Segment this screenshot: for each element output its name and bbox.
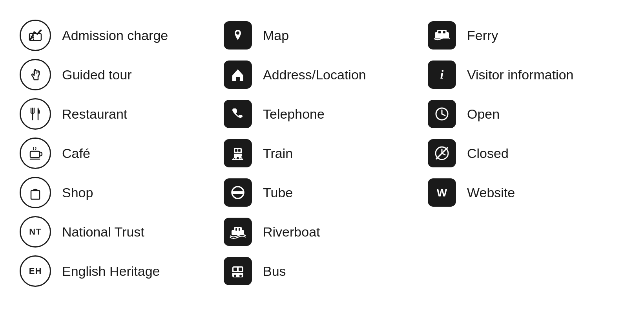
legend-item-telephone: Telephone — [224, 94, 428, 134]
legend-item-open: Open — [428, 94, 644, 134]
legend-item-bus: Bus — [224, 251, 428, 291]
cafe-icon — [20, 138, 51, 169]
bus-icon — [224, 257, 252, 285]
national-trust-label: National Trust — [62, 224, 144, 240]
legend-item-tube: Tube — [224, 173, 428, 212]
nt-text: NT — [29, 227, 41, 237]
legend-item-national-trust: NT National Trust — [20, 212, 224, 251]
legend-item-riverboat: Riverboat — [224, 212, 428, 251]
shop-label: Shop — [62, 185, 93, 200]
guided-tour-icon — [20, 59, 51, 90]
svg-rect-43 — [239, 268, 242, 271]
legend-item-train: Train — [224, 134, 428, 173]
open-icon — [428, 100, 456, 128]
telephone-label: Telephone — [263, 106, 325, 122]
map-label: Map — [263, 28, 289, 43]
svg-rect-32 — [31, 191, 40, 199]
svg-rect-17 — [30, 151, 40, 158]
cafe-label: Café — [62, 146, 90, 161]
svg-rect-6 — [438, 31, 441, 33]
legend-item-cafe: Café — [20, 134, 224, 173]
svg-text:W: W — [437, 187, 447, 199]
ferry-icon — [428, 21, 456, 50]
train-label: Train — [263, 146, 293, 161]
legend-item-address: Address/Location — [224, 55, 428, 94]
svg-rect-19 — [234, 148, 242, 157]
svg-rect-20 — [235, 149, 237, 152]
legend-item-map: Map — [224, 16, 428, 55]
svg-point-3 — [236, 31, 239, 35]
legend-item-admission-charge: Admission charge — [20, 16, 224, 55]
visitor-info-icon: i — [428, 61, 456, 89]
address-icon — [224, 61, 252, 89]
telephone-icon — [224, 100, 252, 128]
svg-point-45 — [234, 275, 236, 277]
tube-label: Tube — [263, 185, 293, 200]
admission-charge-label: Admission charge — [62, 28, 168, 43]
bus-label: Bus — [263, 264, 286, 279]
empty-col3-row7 — [428, 251, 644, 291]
guided-tour-label: Guided tour — [62, 67, 132, 83]
shop-icon — [20, 177, 51, 208]
legend-item-shop: Shop — [20, 173, 224, 212]
svg-text:i: i — [440, 67, 444, 81]
website-label: Website — [467, 185, 515, 200]
svg-rect-7 — [443, 31, 445, 33]
legend-item-website: W Website — [428, 173, 644, 212]
open-label: Open — [467, 106, 500, 122]
legend-item-visitor-info: i Visitor information — [428, 55, 644, 94]
english-heritage-label: English Heritage — [62, 264, 160, 279]
svg-line-16 — [442, 114, 445, 116]
restaurant-label: Restaurant — [62, 106, 127, 122]
legend-grid: Admission charge Map — [20, 16, 624, 291]
riverboat-icon — [224, 218, 252, 246]
closed-label: Closed — [467, 146, 509, 161]
legend-item-closed: Closed — [428, 134, 644, 173]
svg-rect-39 — [235, 228, 237, 231]
nt-icon: NT — [20, 216, 51, 248]
legend-item-guided-tour: Guided tour — [20, 55, 224, 94]
svg-point-24 — [239, 156, 241, 159]
map-icon — [224, 21, 252, 50]
riverboat-label: Riverboat — [263, 224, 320, 240]
legend-item-ferry: Ferry — [428, 16, 644, 55]
legend-item-english-heritage: EH English Heritage — [20, 251, 224, 291]
svg-rect-40 — [239, 228, 240, 231]
eh-icon: EH — [20, 255, 51, 287]
svg-point-23 — [235, 156, 237, 159]
svg-rect-21 — [238, 149, 241, 152]
legend-item-restaurant: Restaurant — [20, 94, 224, 134]
svg-point-46 — [239, 275, 242, 277]
train-icon — [224, 139, 252, 167]
eh-text: EH — [29, 266, 42, 276]
restaurant-icon — [20, 98, 51, 130]
address-label: Address/Location — [263, 67, 366, 83]
svg-rect-38 — [234, 227, 242, 231]
svg-rect-42 — [234, 268, 237, 271]
closed-icon — [428, 139, 456, 167]
website-icon: W — [428, 178, 456, 207]
svg-rect-8 — [236, 77, 240, 81]
visitor-info-label: Visitor information — [467, 67, 574, 83]
ferry-label: Ferry — [467, 28, 498, 43]
empty-col3-row6 — [428, 212, 644, 251]
ticket-icon — [20, 20, 51, 51]
tube-icon — [224, 178, 252, 207]
